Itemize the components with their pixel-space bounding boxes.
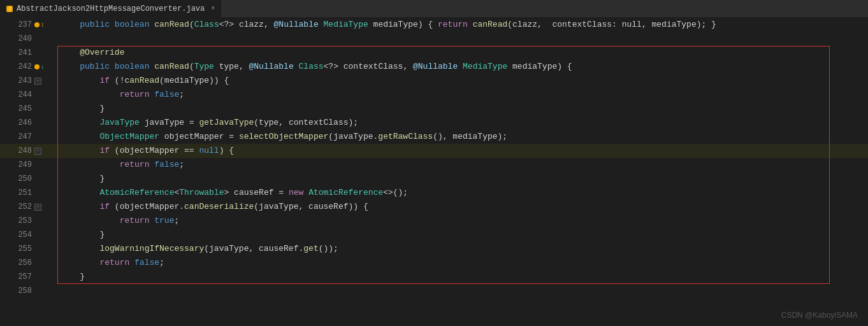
code-line: 245 } — [0, 102, 868, 116]
line-gutter: 249 — [0, 160, 57, 169]
tab-close-button[interactable]: × — [211, 5, 215, 12]
line-number: 245 — [13, 104, 32, 113]
line-gutter: 240 — [0, 34, 57, 43]
line-number: 254 — [13, 230, 32, 239]
code-content: } — [57, 270, 868, 284]
code-content: JavaType javaType = getJavaType(type, co… — [57, 116, 868, 130]
gutter-icons: - — [34, 78, 52, 85]
code-line: 241 @Override — [0, 46, 868, 60]
line-gutter: 258 — [0, 287, 57, 295]
fold-icon[interactable]: - — [34, 78, 41, 85]
arrow-up-down-icon: ↕ — [41, 22, 45, 29]
code-content: ObjectMapper objectMapper = selectObject… — [57, 130, 868, 144]
line-gutter: 243- — [0, 76, 57, 85]
line-gutter: 257 — [0, 273, 57, 281]
code-content: logWarningIfNecessary(javaType, causeRef… — [57, 242, 868, 256]
line-gutter: 237↕ — [0, 20, 57, 29]
gutter-icons: - — [34, 204, 52, 211]
code-line: 256 return false; — [0, 256, 868, 270]
line-gutter: 256 — [0, 259, 57, 267]
tab-bar: J AbstractJackson2HttpMessageConverter.j… — [0, 0, 868, 18]
line-number: 255 — [13, 244, 32, 253]
line-gutter: 250 — [0, 174, 57, 183]
fold-icon[interactable]: - — [34, 148, 41, 155]
debug-dot — [34, 22, 40, 27]
line-number: 243 — [13, 76, 32, 85]
line-number: 240 — [13, 34, 32, 43]
line-number: 244 — [13, 90, 32, 99]
debug-dot — [34, 64, 40, 69]
line-number: 248 — [13, 146, 32, 155]
code-line: 254 } — [0, 228, 868, 242]
line-number: 253 — [13, 216, 32, 225]
line-number: 251 — [13, 188, 32, 197]
code-content: AtomicReference<Throwable> causeRef = ne… — [57, 186, 868, 200]
line-number: 250 — [13, 174, 32, 183]
code-content: public boolean canRead(Class<?> clazz, @… — [57, 18, 868, 32]
code-line: 251 AtomicReference<Throwable> causeRef … — [0, 186, 868, 200]
code-content: } — [57, 228, 868, 242]
line-gutter: 247 — [0, 132, 57, 141]
line-number: 246 — [13, 118, 32, 127]
code-content: public boolean canRead(Type type, @Nulla… — [57, 60, 868, 74]
line-gutter: 253 — [0, 216, 57, 225]
code-line: 253 return true; — [0, 214, 868, 228]
tab-label: AbstractJackson2HttpMessageConverter.jav… — [17, 4, 205, 13]
line-gutter: 242↓ — [0, 62, 57, 71]
line-gutter: 241 — [0, 48, 57, 57]
line-number: 241 — [13, 48, 32, 57]
file-icon: J — [6, 6, 13, 12]
gutter-icons: ↕ — [34, 22, 52, 29]
line-number: 237 — [13, 20, 32, 29]
line-number: 249 — [13, 160, 32, 169]
line-number: 256 — [13, 259, 32, 267]
code-line: 244 return false; — [0, 88, 868, 102]
line-number: 247 — [13, 132, 32, 141]
code-line: 257 } — [0, 270, 868, 284]
code-line: 246 JavaType javaType = getJavaType(type… — [0, 116, 868, 130]
gutter-icons: - — [34, 148, 52, 155]
line-number: 257 — [13, 273, 32, 281]
gutter-icons: ↓ — [34, 64, 52, 71]
code-line: 240 — [0, 32, 868, 46]
code-content: return true; — [57, 214, 868, 228]
line-gutter: 255 — [0, 244, 57, 253]
line-number: 242 — [13, 62, 32, 71]
code-content: } — [57, 102, 868, 116]
code-line: 243- if (!canRead(mediaType)) { — [0, 74, 868, 88]
code-content: return false; — [57, 158, 868, 172]
watermark: CSDN @KaboyiSAMA — [781, 311, 858, 320]
line-number: 258 — [13, 287, 32, 295]
line-gutter: 244 — [0, 90, 57, 99]
code-area: 237↕ public boolean canRead(Class<?> cla… — [0, 18, 868, 326]
editor-tab[interactable]: J AbstractJackson2HttpMessageConverter.j… — [0, 0, 222, 18]
line-gutter: 254 — [0, 230, 57, 239]
arrow-down-icon: ↓ — [41, 64, 45, 71]
code-line: 237↕ public boolean canRead(Class<?> cla… — [0, 18, 868, 32]
code-line: 248- if (objectMapper == null) { — [0, 144, 868, 158]
code-content: } — [57, 172, 868, 186]
fold-icon[interactable]: - — [34, 204, 41, 211]
code-line: 258 — [0, 284, 868, 298]
code-content: return false; — [57, 88, 868, 102]
code-line: 255 logWarningIfNecessary(javaType, caus… — [0, 242, 868, 256]
line-gutter: 252- — [0, 202, 57, 211]
line-gutter: 248- — [0, 146, 57, 155]
code-line: 242↓ public boolean canRead(Type type, @… — [0, 60, 868, 74]
code-content: return false; — [57, 256, 868, 270]
code-content: if (!canRead(mediaType)) { — [57, 74, 868, 88]
code-line: 249 return false; — [0, 158, 868, 172]
code-content: @Override — [57, 46, 868, 60]
code-content: if (objectMapper == null) { — [57, 144, 868, 158]
editor-area: 237↕ public boolean canRead(Class<?> cla… — [0, 18, 868, 326]
line-gutter: 246 — [0, 118, 57, 127]
code-content: if (objectMapper.canDeserialize(javaType… — [57, 200, 868, 214]
code-line: 250 } — [0, 172, 868, 186]
code-line: 247 ObjectMapper objectMapper = selectOb… — [0, 130, 868, 144]
line-gutter: 251 — [0, 188, 57, 197]
line-number: 252 — [13, 202, 32, 211]
code-line: 252- if (objectMapper.canDeserialize(jav… — [0, 200, 868, 214]
line-gutter: 245 — [0, 104, 57, 113]
